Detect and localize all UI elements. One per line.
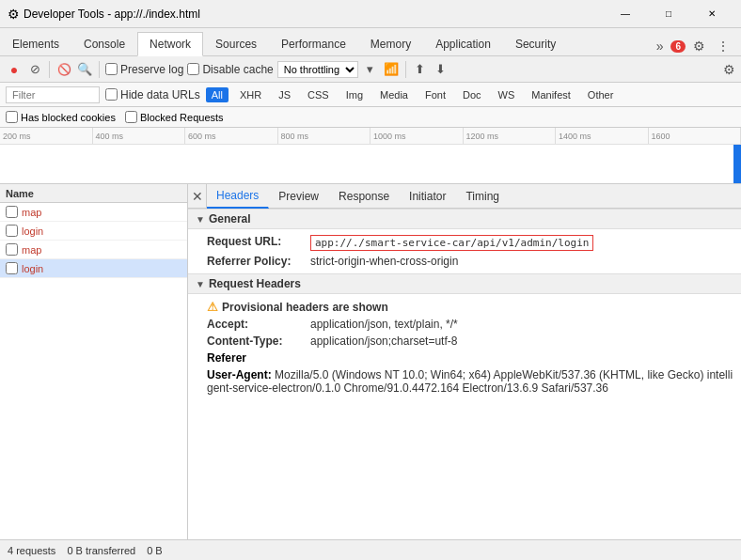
filter-type-xhr[interactable]: XHR [234, 87, 267, 102]
content-type-label: Content-Type: [207, 334, 310, 348]
panel-content: ▼ General Request URL: app://./smart-ser… [188, 209, 741, 539]
panel-tabs: ✕ Headers Preview Response Initiator Tim… [188, 184, 741, 209]
warning-icon: ⚠ [207, 300, 218, 314]
tab-sources[interactable]: Sources [203, 31, 269, 55]
tick-1200: 1200 ms [464, 128, 557, 144]
list-header: Name [0, 184, 187, 203]
filter-type-media[interactable]: Media [374, 87, 414, 102]
settings-icon[interactable]: ⚙ [689, 37, 709, 55]
accept-label: Accept: [207, 318, 310, 331]
tab-network[interactable]: Network [137, 32, 203, 56]
filter-type-css[interactable]: CSS [302, 87, 335, 102]
error-badge: 6 [670, 40, 686, 53]
toolbar-separator-3 [405, 61, 406, 78]
tab-console[interactable]: Console [71, 31, 137, 55]
general-section-header[interactable]: ▼ General [188, 209, 741, 229]
throttle-dropdown-icon[interactable]: ▾ [362, 61, 379, 78]
timeline-indicator [733, 145, 741, 184]
more-tabs-button[interactable]: » [653, 37, 668, 55]
request-headers-section-header[interactable]: ▼ Request Headers [188, 273, 741, 294]
preserve-log-label: Preserve log [120, 63, 183, 76]
has-blocked-cookies-checkbox[interactable] [6, 111, 18, 123]
filter-input[interactable] [6, 86, 100, 103]
filter-type-manifest[interactable]: Manifest [526, 87, 576, 102]
filter-type-img[interactable]: Img [340, 87, 369, 102]
upload-icon[interactable]: ⬆ [412, 61, 429, 78]
filter-type-all[interactable]: All [206, 87, 229, 102]
right-panel: ✕ Headers Preview Response Initiator Tim… [188, 184, 741, 539]
disable-cache-input[interactable] [187, 63, 199, 75]
tab-application[interactable]: Application [423, 31, 503, 55]
devtools-icon: ⚙ [8, 7, 20, 22]
tick-200: 200 ms [0, 128, 93, 144]
panel-close-button[interactable]: ✕ [188, 184, 207, 209]
tick-400: 400 ms [93, 128, 186, 144]
window-title: Developer Tools - app://./index.html [24, 8, 604, 21]
more-options-icon[interactable]: ⋮ [713, 37, 733, 55]
panel-tab-response[interactable]: Response [329, 184, 400, 209]
referrer-policy-row: Referrer Policy: strict-origin-when-cros… [207, 253, 733, 270]
list-item-checkbox-3[interactable] [6, 243, 18, 256]
user-agent-value: Mozilla/5.0 (Windows NT 10.0; Win64; x64… [207, 368, 733, 395]
user-agent-row: User-Agent: Mozilla/5.0 (Windows NT 10.0… [207, 366, 733, 397]
blocked-requests-label[interactable]: Blocked Requests [125, 111, 224, 123]
hide-data-urls-checkbox[interactable]: Hide data URLs [105, 88, 200, 101]
tick-1000: 1000 ms [370, 128, 464, 144]
panel-tab-initiator[interactable]: Initiator [400, 184, 456, 209]
general-section-body: Request URL: app://./smart-service-car/a… [188, 229, 741, 273]
search-button[interactable]: 🔍 [76, 61, 93, 78]
request-url-value[interactable]: app://./smart-service-car/api/v1/admin/l… [310, 235, 593, 251]
hide-data-urls-input[interactable] [105, 88, 118, 101]
clear-button[interactable]: 🚫 [55, 61, 72, 78]
record-button[interactable]: ● [6, 61, 23, 78]
panel-tab-timing[interactable]: Timing [456, 184, 510, 209]
transferred-size: 0 B transferred [67, 545, 135, 556]
minimize-button[interactable]: — [604, 0, 647, 28]
referer-label: Referer [207, 351, 246, 365]
resources-size: 0 B [147, 545, 163, 556]
network-gear-icon[interactable]: ⚙ [723, 62, 735, 77]
maximize-button[interactable]: □ [647, 0, 690, 28]
filter-type-other[interactable]: Other [582, 87, 620, 102]
tick-600: 600 ms [185, 128, 278, 144]
list-item-checkbox-1[interactable] [6, 206, 18, 218]
throttle-select[interactable]: No throttling [277, 61, 358, 78]
toolbar-separator-2 [99, 61, 100, 78]
blocked-requests-checkbox[interactable] [125, 111, 137, 123]
hide-data-urls-label: Hide data URLs [120, 88, 200, 101]
filter-type-ws[interactable]: WS [493, 87, 521, 102]
accept-row: Accept: application/json, text/plain, */… [207, 316, 733, 333]
list-item-map-1[interactable]: map [0, 203, 187, 222]
list-item-checkbox-2[interactable] [6, 225, 18, 237]
preserve-log-input[interactable] [105, 63, 118, 75]
list-item-login-1[interactable]: login [0, 222, 187, 241]
stop-button[interactable]: ⊘ [26, 61, 43, 78]
provisional-note: ⚠ Provisional headers are shown [207, 298, 733, 316]
download-icon[interactable]: ⬇ [433, 61, 449, 78]
filter-bar: Hide data URLs All XHR JS CSS Img Media … [0, 83, 741, 107]
tick-800: 800 ms [278, 128, 371, 144]
disable-cache-checkbox[interactable]: Disable cache [187, 63, 273, 76]
close-button[interactable]: ✕ [690, 0, 733, 28]
list-item-checkbox-4[interactable] [6, 262, 18, 274]
accept-value: application/json, text/plain, */* [310, 318, 458, 331]
filter-type-doc[interactable]: Doc [457, 87, 487, 102]
request-headers-triangle-icon: ▼ [196, 279, 205, 289]
list-item-map-2[interactable]: map [0, 241, 187, 259]
referer-row: Referer [207, 350, 733, 366]
tab-memory[interactable]: Memory [358, 31, 423, 55]
content-area: Name map login map login ✕ Headers Previ… [0, 184, 741, 539]
filter-type-js[interactable]: JS [273, 87, 296, 102]
filter-type-font[interactable]: Font [419, 87, 451, 102]
tab-elements[interactable]: Elements [0, 31, 71, 55]
has-blocked-cookies-label[interactable]: Has blocked cookies [6, 111, 116, 123]
list-item-login-2[interactable]: login [0, 259, 187, 278]
tab-performance[interactable]: Performance [269, 31, 358, 55]
preserve-log-checkbox[interactable]: Preserve log [105, 63, 183, 76]
wifi-icon: 📶 [383, 61, 400, 78]
tab-security[interactable]: Security [503, 31, 568, 55]
status-bar: 4 requests 0 B transferred 0 B [0, 539, 741, 560]
main-tabs: Elements Console Network Sources Perform… [0, 28, 741, 56]
panel-tab-headers[interactable]: Headers [207, 184, 269, 209]
panel-tab-preview[interactable]: Preview [269, 184, 329, 209]
